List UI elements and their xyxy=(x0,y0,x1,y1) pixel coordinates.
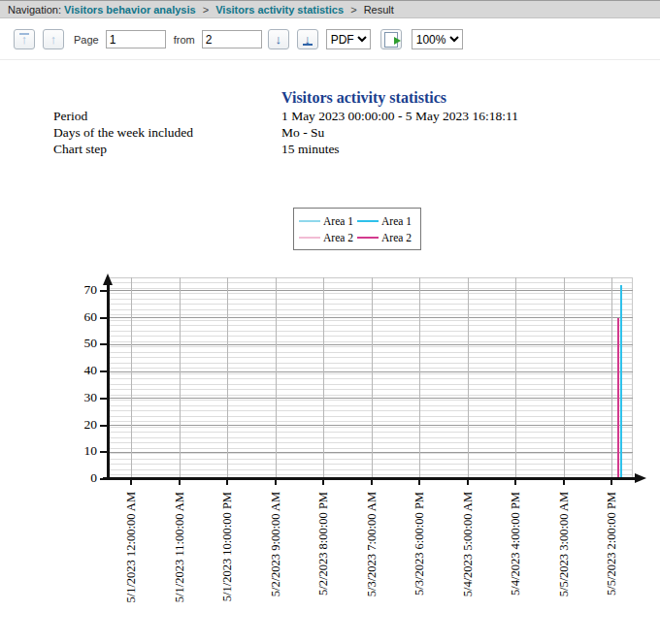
x-axis-tick xyxy=(322,480,324,485)
x-axis-tick xyxy=(179,480,181,485)
last-page-button[interactable]: ↓ xyxy=(297,29,318,49)
page-number-input[interactable] xyxy=(106,30,166,48)
x-axis-tick xyxy=(226,480,228,485)
y-axis xyxy=(107,285,110,479)
breadcrumb-prefix: Navigation: xyxy=(8,4,61,16)
y-axis-tick xyxy=(100,451,109,453)
y-axis-tick xyxy=(100,317,109,319)
x-axis-tick-label-text: 5/2/2023 8:00:00 PM xyxy=(316,492,331,596)
y-axis-tick xyxy=(100,290,109,292)
field-row-chart-step: Chart step 15 minutes xyxy=(0,142,660,158)
x-axis-tick-label-text: 5/4/2023 5:00:00 AM xyxy=(461,492,476,596)
x-axis-tick-label-text: 5/5/2023 2:00:00 PM xyxy=(605,492,619,596)
x-gridline xyxy=(564,277,565,479)
y-axis-tick-label: 10 xyxy=(60,443,97,459)
x-gridline xyxy=(227,277,228,479)
x-axis-tick-label-text: 5/1/2023 10:00:00 PM xyxy=(220,492,235,601)
x-axis-tick-label-text: 5/1/2023 11:00:00 AM xyxy=(173,492,187,602)
x-axis-tick xyxy=(275,480,277,485)
x-axis-tick xyxy=(610,480,612,485)
field-value: 1 May 2023 00:00:00 - 5 May 2023 16:18:1… xyxy=(281,109,518,124)
x-axis-tick-label-text: 5/1/2023 12:00:00 AM xyxy=(124,492,139,603)
x-axis-arrow-icon xyxy=(635,473,646,483)
viewer-toolbar: ↑ ↑ Page from ↓ ↓ PDF 100% xyxy=(0,19,660,60)
first-page-button[interactable]: ↑ xyxy=(14,29,35,49)
x-axis-tick-label: 5/5/2023 2:00:00 PM xyxy=(605,489,660,506)
x-axis-tick-label-text: 5/3/2023 6:00:00 PM xyxy=(412,492,427,596)
x-gridline xyxy=(180,277,181,479)
y-axis-tick xyxy=(100,343,109,345)
breadcrumb-link-visitors-behavior-analysis[interactable]: Visitors behavior analysis xyxy=(64,4,196,16)
y-axis-tick-label: 50 xyxy=(60,336,97,351)
breadcrumb-current: Result xyxy=(364,4,394,16)
from-label: from xyxy=(174,34,195,46)
field-row-period: Period 1 May 2023 00:00:00 - 5 May 2023 … xyxy=(0,109,660,125)
x-axis-tick-label-text: 5/4/2023 4:00:00 PM xyxy=(509,492,523,596)
x-axis-tick xyxy=(418,480,420,485)
x-gridline xyxy=(419,277,420,479)
field-value: Mo - Su xyxy=(281,125,324,141)
export-button[interactable] xyxy=(380,29,402,49)
x-axis-tick xyxy=(514,480,516,485)
breadcrumb-separator: > xyxy=(350,4,356,16)
breadcrumb-separator: > xyxy=(203,4,209,16)
zoom-select[interactable]: 100% xyxy=(412,29,463,49)
y-axis-tick-label: 60 xyxy=(60,309,97,325)
report-viewer-page: Navigation: Visitors behavior analysis >… xyxy=(0,0,660,644)
y-axis-tick-label: 20 xyxy=(60,417,97,433)
next-page-icon: ↓ xyxy=(275,33,281,46)
x-axis-tick xyxy=(130,480,132,485)
field-value: 15 minutes xyxy=(281,142,340,157)
x-gridline xyxy=(276,277,277,479)
next-page-button[interactable]: ↓ xyxy=(268,29,289,49)
last-page-icon: ↓ xyxy=(304,33,311,46)
x-gridline xyxy=(468,277,469,479)
y-axis-tick-label: 70 xyxy=(60,282,97,298)
series-line-area-2 xyxy=(617,318,619,479)
legend-line-sample xyxy=(299,220,320,222)
field-label: Period xyxy=(53,109,87,124)
legend-item: Area 2 xyxy=(299,232,357,243)
legend-item: Area 1 xyxy=(357,215,415,227)
export-document-icon xyxy=(384,32,398,48)
report-title: Visitors activity statistics xyxy=(136,89,592,107)
x-axis-tick xyxy=(467,480,469,485)
field-row-days-included: Days of the week included Mo - Su xyxy=(0,125,660,142)
previous-page-button[interactable]: ↑ xyxy=(43,29,64,49)
activity-chart: 0102030405060705/1/2023 12:00:00 AM5/1/2… xyxy=(0,262,660,644)
y-axis-tick xyxy=(100,370,109,372)
x-axis-tick-label-text: 5/5/2023 3:00:00 AM xyxy=(557,492,572,596)
previous-page-icon: ↑ xyxy=(50,33,57,46)
breadcrumb-link-visitors-activity-statistics[interactable]: Visitors activity statistics xyxy=(215,4,344,16)
x-axis-tick xyxy=(371,480,373,485)
x-gridline xyxy=(323,277,324,479)
legend-label: Area 1 xyxy=(381,215,412,227)
x-axis-tick xyxy=(563,480,565,485)
pages-total-input[interactable] xyxy=(202,30,262,48)
export-format-select[interactable]: PDF xyxy=(326,29,371,49)
legend-item: Area 2 xyxy=(357,232,415,243)
legend-line-sample xyxy=(357,220,379,222)
x-axis-tick-label-text: 5/3/2023 7:00:00 AM xyxy=(365,492,380,596)
breadcrumb: Navigation: Visitors behavior analysis >… xyxy=(0,0,660,18)
x-axis xyxy=(103,477,635,480)
series-line-area-1 xyxy=(620,285,622,479)
legend-line-sample xyxy=(299,237,320,239)
field-label: Days of the week included xyxy=(53,125,193,141)
y-axis-tick xyxy=(100,478,109,480)
legend-line-sample xyxy=(357,237,379,239)
legend-label: Area 1 xyxy=(323,215,353,227)
y-axis-tick xyxy=(100,425,109,427)
y-axis-tick-label: 40 xyxy=(60,363,97,378)
y-axis-tick-label: 30 xyxy=(60,390,97,405)
y-axis-tick-label: 0 xyxy=(60,470,97,486)
y-axis-tick xyxy=(100,398,109,400)
x-gridline xyxy=(515,277,516,479)
legend-item: Area 1 xyxy=(299,215,357,227)
x-gridline xyxy=(611,277,612,479)
chart-legend: Area 1 Area 1 Area 2 Area 2 xyxy=(293,208,421,250)
x-axis-tick-label-text: 5/2/2023 9:00:00 AM xyxy=(269,492,283,596)
x-gridline xyxy=(131,277,132,479)
y-axis-arrow-icon xyxy=(103,274,113,285)
field-label: Chart step xyxy=(53,142,107,157)
